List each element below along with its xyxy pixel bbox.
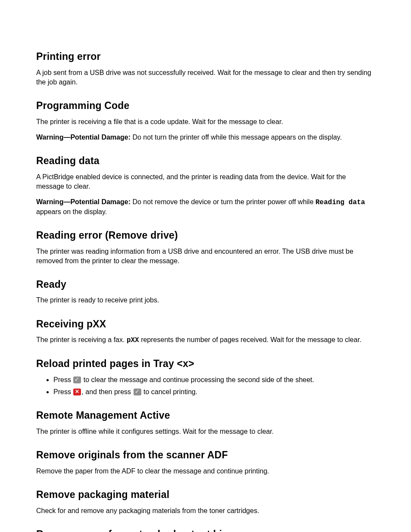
li-text: Press [53, 376, 73, 383]
section-body: Remove the paper from the ADF to clear t… [36, 467, 375, 476]
warning-text-pre: Do not remove the device or turn the pri… [131, 198, 315, 205]
cancel-button-icon [73, 389, 81, 395]
section-body: A job sent from a USB drive was not succ… [36, 68, 375, 87]
section-heading: Reload printed pages in Tray <x> [36, 357, 375, 371]
section-heading: Remote Management Active [36, 409, 375, 423]
check-button-icon [73, 376, 81, 383]
section-body: The printer is offline while it configur… [36, 427, 375, 436]
section-heading: Remove originals from the scanner ADF [36, 448, 375, 462]
section-heading: Remove packaging material [36, 488, 375, 502]
section-heading: Ready [36, 278, 375, 292]
section-heading: Remove paper from standard output bin [36, 528, 375, 532]
section-body: The printer is ready to receive print jo… [36, 296, 375, 305]
warning-text: Do not turn the printer off while this m… [131, 134, 342, 141]
body-pre: The printer is receiving a fax. [36, 336, 127, 343]
warning-label: Warning—Potential Damage: [36, 198, 131, 205]
section-heading: Programming Code [36, 99, 375, 113]
body-code: pXX [127, 336, 139, 344]
li-text: to clear the message and continue proces… [81, 376, 314, 383]
list-item: Press to clear the message and continue … [53, 375, 375, 385]
section-body: The printer was reading information from… [36, 247, 375, 266]
section-heading: Printing error [36, 50, 375, 64]
section-heading: Reading data [36, 154, 375, 168]
section-body: The printer is receiving a fax. pXX repr… [36, 335, 375, 345]
section-body: Check for and remove any packaging mater… [36, 506, 375, 516]
li-text: to cancel printing. [142, 388, 198, 395]
warning-paragraph: Warning—Potential Damage: Do not remove … [36, 197, 375, 217]
section-heading: Reading error (Remove drive) [36, 229, 375, 243]
warning-label: Warning—Potential Damage: [36, 134, 131, 141]
warning-paragraph: Warning—Potential Damage: Do not turn th… [36, 133, 375, 142]
list-item: Press , and then press to cancel printin… [53, 387, 375, 397]
section-heading: Receiving pXX [36, 317, 375, 331]
warning-text-post: appears on the display. [36, 208, 107, 215]
section-body: A PictBridge enabled device is connected… [36, 172, 375, 191]
check-button-icon [134, 389, 141, 395]
bullet-list: Press to clear the message and continue … [36, 375, 375, 397]
li-text: Press [53, 388, 73, 395]
body-post: represents the number of pages received.… [139, 336, 361, 343]
li-text: , and then press [81, 388, 133, 395]
warning-code: Reading data [315, 199, 365, 206]
section-body: The printer is receiving a file that is … [36, 117, 375, 127]
